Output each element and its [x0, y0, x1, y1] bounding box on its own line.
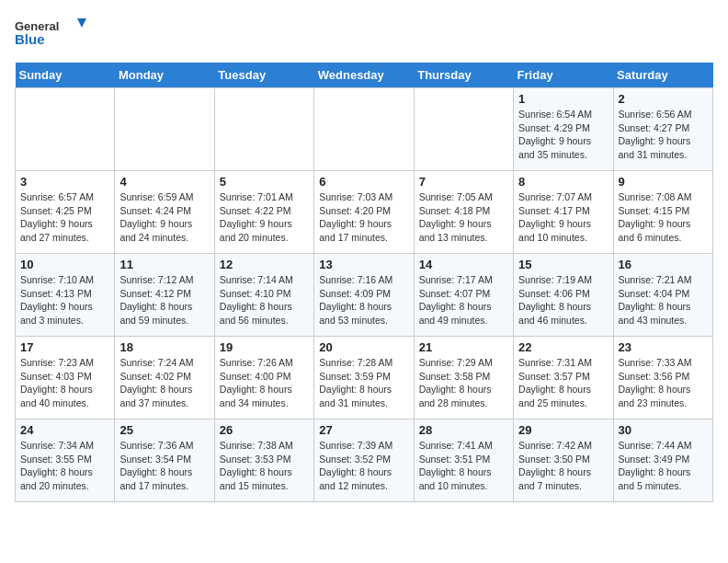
- day-number: 4: [119, 175, 209, 189]
- calendar-cell: 8Sunrise: 7:07 AMSunset: 4:17 PMDaylight…: [514, 171, 613, 254]
- week-row-1: 3Sunrise: 6:57 AMSunset: 4:25 PMDaylight…: [16, 171, 713, 254]
- day-info: Sunrise: 7:23 AMSunset: 4:03 PMDaylight:…: [20, 356, 109, 410]
- calendar-cell: [314, 88, 414, 171]
- calendar-cell: 9Sunrise: 7:08 AMSunset: 4:15 PMDaylight…: [613, 171, 712, 254]
- svg-marker-2: [77, 18, 86, 28]
- day-info: Sunrise: 6:54 AMSunset: 4:29 PMDaylight:…: [518, 108, 608, 162]
- calendar-cell: [214, 88, 313, 171]
- weekday-header-wednesday: Wednesday: [314, 63, 414, 88]
- day-number: 22: [518, 340, 608, 354]
- calendar-cell: 15Sunrise: 7:19 AMSunset: 4:06 PMDayligh…: [514, 254, 613, 337]
- day-number: 3: [20, 175, 109, 189]
- day-number: 10: [20, 258, 109, 271]
- calendar-cell: 20Sunrise: 7:28 AMSunset: 3:59 PMDayligh…: [314, 337, 414, 419]
- day-info: Sunrise: 7:21 AMSunset: 4:04 PMDaylight:…: [619, 273, 708, 327]
- day-number: 18: [119, 340, 209, 354]
- calendar-cell: 30Sunrise: 7:44 AMSunset: 3:49 PMDayligh…: [613, 419, 712, 502]
- day-number: 25: [119, 423, 209, 437]
- day-number: 16: [619, 258, 708, 271]
- calendar-cell: 26Sunrise: 7:38 AMSunset: 3:53 PMDayligh…: [214, 419, 313, 502]
- calendar-cell: 10Sunrise: 7:10 AMSunset: 4:13 PMDayligh…: [16, 254, 115, 337]
- day-number: 17: [20, 340, 109, 354]
- day-number: 21: [419, 340, 508, 354]
- weekday-header-sunday: Sunday: [16, 63, 115, 88]
- week-row-4: 24Sunrise: 7:34 AMSunset: 3:55 PMDayligh…: [16, 419, 713, 502]
- calendar-cell: [16, 88, 115, 171]
- calendar-cell: 22Sunrise: 7:31 AMSunset: 3:57 PMDayligh…: [514, 337, 613, 419]
- day-info: Sunrise: 6:57 AMSunset: 4:25 PMDaylight:…: [20, 190, 109, 245]
- day-info: Sunrise: 7:44 AMSunset: 3:49 PMDaylight:…: [619, 439, 708, 493]
- weekday-header-saturday: Saturday: [613, 63, 712, 88]
- calendar-cell: 13Sunrise: 7:16 AMSunset: 4:09 PMDayligh…: [314, 254, 414, 337]
- day-number: 30: [619, 423, 708, 437]
- day-info: Sunrise: 7:08 AMSunset: 4:15 PMDaylight:…: [619, 190, 708, 245]
- day-info: Sunrise: 7:28 AMSunset: 3:59 PMDaylight:…: [319, 356, 408, 410]
- weekday-header-tuesday: Tuesday: [214, 63, 313, 88]
- calendar-cell: 3Sunrise: 6:57 AMSunset: 4:25 PMDaylight…: [16, 171, 115, 254]
- day-info: Sunrise: 7:05 AMSunset: 4:18 PMDaylight:…: [419, 190, 508, 245]
- day-number: 1: [518, 92, 608, 106]
- calendar-cell: 17Sunrise: 7:23 AMSunset: 4:03 PMDayligh…: [16, 337, 115, 419]
- calendar-cell: [115, 88, 214, 171]
- day-info: Sunrise: 7:31 AMSunset: 3:57 PMDaylight:…: [518, 356, 608, 410]
- day-info: Sunrise: 7:33 AMSunset: 3:56 PMDaylight:…: [619, 356, 708, 410]
- day-info: Sunrise: 7:10 AMSunset: 4:13 PMDaylight:…: [20, 273, 109, 327]
- calendar-cell: [414, 88, 513, 171]
- day-info: Sunrise: 7:17 AMSunset: 4:07 PMDaylight:…: [419, 273, 508, 327]
- calendar-cell: 14Sunrise: 7:17 AMSunset: 4:07 PMDayligh…: [414, 254, 513, 337]
- day-number: 11: [119, 258, 209, 271]
- calendar-cell: 18Sunrise: 7:24 AMSunset: 4:02 PMDayligh…: [115, 337, 214, 419]
- day-info: Sunrise: 7:36 AMSunset: 3:54 PMDaylight:…: [119, 439, 209, 493]
- day-info: Sunrise: 6:59 AMSunset: 4:24 PMDaylight:…: [119, 190, 209, 245]
- day-number: 9: [619, 175, 708, 189]
- day-info: Sunrise: 7:38 AMSunset: 3:53 PMDaylight:…: [220, 439, 309, 493]
- logo-svg: General Blue: [15, 15, 88, 52]
- day-info: Sunrise: 6:56 AMSunset: 4:27 PMDaylight:…: [619, 108, 708, 162]
- day-number: 2: [619, 92, 708, 106]
- calendar-cell: 1Sunrise: 6:54 AMSunset: 4:29 PMDaylight…: [514, 88, 613, 171]
- calendar-cell: 29Sunrise: 7:42 AMSunset: 3:50 PMDayligh…: [514, 419, 613, 502]
- day-number: 29: [518, 423, 608, 437]
- day-number: 12: [220, 258, 309, 271]
- week-row-0: 1Sunrise: 6:54 AMSunset: 4:29 PMDaylight…: [16, 88, 713, 171]
- calendar-cell: 16Sunrise: 7:21 AMSunset: 4:04 PMDayligh…: [613, 254, 712, 337]
- svg-text:Blue: Blue: [15, 31, 45, 47]
- day-info: Sunrise: 7:07 AMSunset: 4:17 PMDaylight:…: [518, 190, 608, 245]
- weekday-header-row: SundayMondayTuesdayWednesdayThursdayFrid…: [16, 63, 713, 88]
- calendar-cell: 6Sunrise: 7:03 AMSunset: 4:20 PMDaylight…: [314, 171, 414, 254]
- day-info: Sunrise: 7:24 AMSunset: 4:02 PMDaylight:…: [119, 356, 209, 410]
- day-number: 23: [619, 340, 708, 354]
- day-number: 15: [518, 258, 608, 271]
- day-info: Sunrise: 7:34 AMSunset: 3:55 PMDaylight:…: [20, 439, 109, 493]
- day-info: Sunrise: 7:29 AMSunset: 3:58 PMDaylight:…: [419, 356, 508, 410]
- calendar-table: SundayMondayTuesdayWednesdayThursdayFrid…: [15, 63, 713, 502]
- calendar-cell: 28Sunrise: 7:41 AMSunset: 3:51 PMDayligh…: [414, 419, 513, 502]
- day-info: Sunrise: 7:12 AMSunset: 4:12 PMDaylight:…: [119, 273, 209, 327]
- day-number: 19: [220, 340, 309, 354]
- calendar-cell: 4Sunrise: 6:59 AMSunset: 4:24 PMDaylight…: [115, 171, 214, 254]
- calendar-cell: 27Sunrise: 7:39 AMSunset: 3:52 PMDayligh…: [314, 419, 414, 502]
- calendar-cell: 21Sunrise: 7:29 AMSunset: 3:58 PMDayligh…: [414, 337, 513, 419]
- logo: General Blue: [15, 15, 88, 52]
- calendar-cell: 24Sunrise: 7:34 AMSunset: 3:55 PMDayligh…: [16, 419, 115, 502]
- day-number: 14: [419, 258, 508, 271]
- day-info: Sunrise: 7:26 AMSunset: 4:00 PMDaylight:…: [220, 356, 309, 410]
- calendar-cell: 23Sunrise: 7:33 AMSunset: 3:56 PMDayligh…: [613, 337, 712, 419]
- day-number: 24: [20, 423, 109, 437]
- day-info: Sunrise: 7:16 AMSunset: 4:09 PMDaylight:…: [319, 273, 408, 327]
- day-number: 5: [220, 175, 309, 189]
- calendar-cell: 19Sunrise: 7:26 AMSunset: 4:00 PMDayligh…: [214, 337, 313, 419]
- calendar-cell: 11Sunrise: 7:12 AMSunset: 4:12 PMDayligh…: [115, 254, 214, 337]
- day-number: 13: [319, 258, 408, 271]
- weekday-header-monday: Monday: [115, 63, 214, 88]
- day-info: Sunrise: 7:14 AMSunset: 4:10 PMDaylight:…: [220, 273, 309, 327]
- weekday-header-friday: Friday: [514, 63, 613, 88]
- day-number: 6: [319, 175, 408, 189]
- day-number: 26: [220, 423, 309, 437]
- calendar-cell: 12Sunrise: 7:14 AMSunset: 4:10 PMDayligh…: [214, 254, 313, 337]
- day-number: 27: [319, 423, 408, 437]
- day-info: Sunrise: 7:01 AMSunset: 4:22 PMDaylight:…: [220, 190, 309, 245]
- day-info: Sunrise: 7:41 AMSunset: 3:51 PMDaylight:…: [419, 439, 508, 493]
- week-row-2: 10Sunrise: 7:10 AMSunset: 4:13 PMDayligh…: [16, 254, 713, 337]
- calendar-cell: 25Sunrise: 7:36 AMSunset: 3:54 PMDayligh…: [115, 419, 214, 502]
